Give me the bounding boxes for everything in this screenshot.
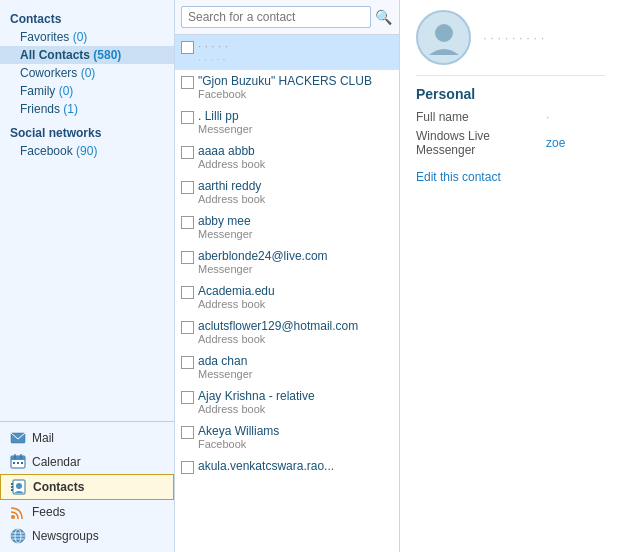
svg-rect-5 xyxy=(13,462,15,464)
contact-item-2[interactable]: . Lilli pp Messenger xyxy=(175,105,399,140)
svg-rect-2 xyxy=(11,456,25,460)
contact-item-12[interactable]: akula.venkatcswara.rao... xyxy=(175,455,399,479)
sidebar-label-family: Family xyxy=(20,84,59,98)
detail-section-title: Personal xyxy=(416,86,605,102)
sidebar-item-friends[interactable]: Friends (1) xyxy=(0,100,174,118)
sidebar-count-coworkers: (0) xyxy=(81,66,96,80)
contact-source-2: Messenger xyxy=(198,123,393,135)
contact-info-10: Ajay Krishna - relative Address book xyxy=(198,389,393,415)
sidebar-item-all-contacts[interactable]: All Contacts (580) xyxy=(0,46,174,64)
contact-checkbox-10[interactable] xyxy=(181,391,194,404)
contact-item-9[interactable]: ada chan Messenger xyxy=(175,350,399,385)
contact-info-0: · · · · · · · · · · xyxy=(198,39,393,65)
contact-item-selected[interactable]: · · · · · · · · · · xyxy=(175,35,399,70)
contact-item-7[interactable]: Academia.edu Address book xyxy=(175,280,399,315)
sidebar-item-coworkers[interactable]: Coworkers (0) xyxy=(0,64,174,82)
sidebar-nav: Mail Calendar Contacts xyxy=(0,421,174,552)
search-button[interactable]: 🔍 xyxy=(373,7,393,27)
contacts-section-title: Contacts xyxy=(0,8,174,28)
sidebar-nav-calendar[interactable]: Calendar xyxy=(0,450,174,474)
field-row-fullname: Full name · xyxy=(416,110,605,124)
sidebar-nav-mail[interactable]: Mail xyxy=(0,426,174,450)
newsgroups-icon xyxy=(10,528,26,544)
detail-panel: · · · · · · · · · Personal Full name · W… xyxy=(400,0,621,552)
contact-name-2: . Lilli pp xyxy=(198,109,393,123)
contact-item-11[interactable]: Akeya Williams Facebook xyxy=(175,420,399,455)
contact-checkbox-3[interactable] xyxy=(181,146,194,159)
contact-item-1[interactable]: "Gjon Buzuku" HACKERS CLUB Facebook xyxy=(175,70,399,105)
contact-checkbox-1[interactable] xyxy=(181,76,194,89)
contact-info-5: abby mee Messenger xyxy=(198,214,393,240)
contact-item-10[interactable]: Ajay Krishna - relative Address book xyxy=(175,385,399,420)
contact-info-2: . Lilli pp Messenger xyxy=(198,109,393,135)
search-input[interactable] xyxy=(181,6,371,28)
contact-item-5[interactable]: abby mee Messenger xyxy=(175,210,399,245)
contact-header-name: · · · · · · · · · xyxy=(483,30,544,45)
nav-mail-label: Mail xyxy=(32,431,54,445)
contact-checkbox-4[interactable] xyxy=(181,181,194,194)
sidebar-item-family[interactable]: Family (0) xyxy=(0,82,174,100)
contact-info-9: ada chan Messenger xyxy=(198,354,393,380)
contact-item-8[interactable]: aclutsflower129@hotmail.com Address book xyxy=(175,315,399,350)
contact-source-5: Messenger xyxy=(198,228,393,240)
field-value-fullname: · xyxy=(546,110,549,124)
sidebar-label-coworkers: Coworkers xyxy=(20,66,81,80)
contact-source-7: Address book xyxy=(198,298,393,310)
sidebar-nav-feeds[interactable]: Feeds xyxy=(0,500,174,524)
sidebar-count-friends: (1) xyxy=(63,102,78,116)
sidebar-label-friends: Friends xyxy=(20,102,63,116)
contact-item-3[interactable]: aaaa abbb Address book xyxy=(175,140,399,175)
contact-source-3: Address book xyxy=(198,158,393,170)
sidebar: Contacts Favorites (0) All Contacts (580… xyxy=(0,0,175,552)
contact-name-4: aarthi reddy xyxy=(198,179,393,193)
contact-checkbox-9[interactable] xyxy=(181,356,194,369)
calendar-icon xyxy=(10,454,26,470)
contact-name-8: aclutsflower129@hotmail.com xyxy=(198,319,393,333)
social-section-title: Social networks xyxy=(0,118,174,142)
svg-point-19 xyxy=(435,24,453,42)
contact-source-9: Messenger xyxy=(198,368,393,380)
sidebar-count-facebook: (90) xyxy=(76,144,97,158)
contact-info-6: aberblonde24@live.com Messenger xyxy=(198,249,393,275)
svg-rect-11 xyxy=(11,486,13,488)
contact-source-1: Facebook xyxy=(198,88,393,100)
sidebar-count-favorites: (0) xyxy=(73,30,88,44)
contact-info-12: akula.venkatcswara.rao... xyxy=(198,459,393,473)
sidebar-item-facebook[interactable]: Facebook (90) xyxy=(0,142,174,160)
contact-name-7: Academia.edu xyxy=(198,284,393,298)
search-bar: 🔍 xyxy=(175,0,399,35)
contact-info-8: aclutsflower129@hotmail.com Address book xyxy=(198,319,393,345)
sidebar-nav-newsgroups[interactable]: Newsgroups xyxy=(0,524,174,548)
contact-checkbox-12[interactable] xyxy=(181,461,194,474)
contact-item-6[interactable]: aberblonde24@live.com Messenger xyxy=(175,245,399,280)
contact-info-3: aaaa abbb Address book xyxy=(198,144,393,170)
contact-list: · · · · · · · · · · "Gjon Buzuku" HACKER… xyxy=(175,35,399,552)
contact-list-inner: · · · · · · · · · · "Gjon Buzuku" HACKER… xyxy=(175,35,399,479)
sidebar-count-family: (0) xyxy=(59,84,74,98)
contact-item-4[interactable]: aarthi reddy Address book xyxy=(175,175,399,210)
contact-checkbox-8[interactable] xyxy=(181,321,194,334)
contact-name-10: Ajay Krishna - relative xyxy=(198,389,393,403)
svg-rect-12 xyxy=(11,489,13,491)
sidebar-item-favorites[interactable]: Favorites (0) xyxy=(0,28,174,46)
contact-info-11: Akeya Williams Facebook xyxy=(198,424,393,450)
contact-info-7: Academia.edu Address book xyxy=(198,284,393,310)
contact-name-1: "Gjon Buzuku" HACKERS CLUB xyxy=(198,74,393,88)
contact-checkbox-5[interactable] xyxy=(181,216,194,229)
contact-name-0: · · · · · xyxy=(198,39,393,53)
contact-checkbox-7[interactable] xyxy=(181,286,194,299)
svg-point-9 xyxy=(16,483,22,489)
contacts-icon xyxy=(11,479,27,495)
avatar xyxy=(416,10,471,65)
sidebar-label-favorites: Favorites xyxy=(20,30,73,44)
contact-checkbox-2[interactable] xyxy=(181,111,194,124)
sidebar-nav-contacts[interactable]: Contacts xyxy=(0,474,174,500)
contact-name-5: abby mee xyxy=(198,214,393,228)
contact-checkbox-0[interactable] xyxy=(181,41,194,54)
contact-source-8: Address book xyxy=(198,333,393,345)
contact-checkbox-11[interactable] xyxy=(181,426,194,439)
contact-source-6: Messenger xyxy=(198,263,393,275)
svg-rect-10 xyxy=(11,483,13,485)
contact-checkbox-6[interactable] xyxy=(181,251,194,264)
edit-contact-link[interactable]: Edit this contact xyxy=(416,170,605,184)
